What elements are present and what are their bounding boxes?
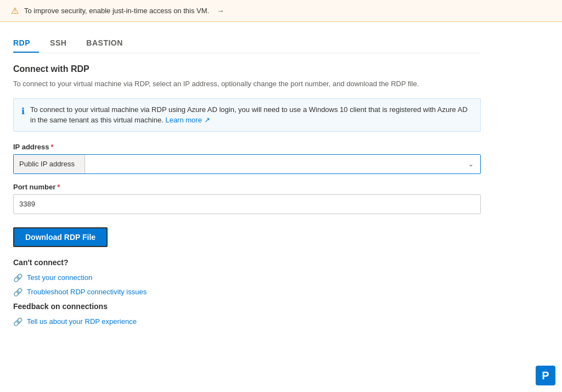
tab-ssh[interactable]: SSH xyxy=(50,33,75,53)
port-required-star: * xyxy=(57,183,60,191)
ip-required-star: * xyxy=(51,143,54,151)
cant-connect-title: Can't connect? xyxy=(13,258,481,267)
feedback-section: Feedback on connections 🔗 Tell us about … xyxy=(13,302,481,326)
dropdown-chevron-icon[interactable]: ⌄ xyxy=(462,155,480,173)
learn-more-link[interactable]: Learn more ↗ xyxy=(165,116,210,124)
info-box: ℹ To connect to your virtual machine via… xyxy=(13,98,481,132)
ip-address-field-group: IP address * Public IP address ⌄ xyxy=(13,143,481,174)
rdp-experience-link[interactable]: 🔗 Tell us about your RDP experience xyxy=(13,317,481,326)
warning-banner: ⚠ To improve security, enable just-in-ti… xyxy=(0,0,562,22)
port-number-field-group: Port number * xyxy=(13,183,481,214)
connection-test-icon: 🔗 xyxy=(13,273,23,282)
info-icon: ℹ xyxy=(21,105,25,126)
test-connection-link[interactable]: 🔗 Test your connection xyxy=(13,273,481,282)
main-content: RDP SSH BASTION Connect with RDP To conn… xyxy=(0,22,494,343)
tab-bar: RDP SSH BASTION xyxy=(13,33,481,53)
warning-text: To improve security, enable just-in-time… xyxy=(24,7,209,15)
feedback-icon: 🔗 xyxy=(13,317,23,326)
tab-bastion[interactable]: BASTION xyxy=(86,33,132,53)
ip-address-prefix: Public IP address xyxy=(14,155,85,173)
troubleshoot-rdp-link[interactable]: 🔗 Troubleshoot RDP connectivity issues xyxy=(13,288,481,296)
troubleshoot-icon: 🔗 xyxy=(13,288,23,296)
warning-link[interactable]: → xyxy=(217,7,224,15)
section-description: To connect to your virtual machine via R… xyxy=(13,79,481,89)
section-title: Connect with RDP xyxy=(13,64,481,74)
external-link-icon: ↗ xyxy=(204,116,210,124)
tab-rdp[interactable]: RDP xyxy=(13,33,39,53)
port-number-label: Port number * xyxy=(13,183,481,191)
info-text: To connect to your virtual machine via R… xyxy=(30,104,473,126)
feedback-title: Feedback on connections xyxy=(13,302,481,311)
cant-connect-section: Can't connect? 🔗 Test your connection 🔗 … xyxy=(13,258,481,296)
download-rdp-button[interactable]: Download RDP File xyxy=(13,227,108,247)
port-number-input[interactable] xyxy=(13,194,481,214)
ip-address-dropdown[interactable]: Public IP address ⌄ xyxy=(13,154,481,174)
ip-address-label: IP address * xyxy=(13,143,481,151)
warning-icon: ⚠ xyxy=(11,5,19,16)
watermark-logo: P xyxy=(536,366,555,385)
